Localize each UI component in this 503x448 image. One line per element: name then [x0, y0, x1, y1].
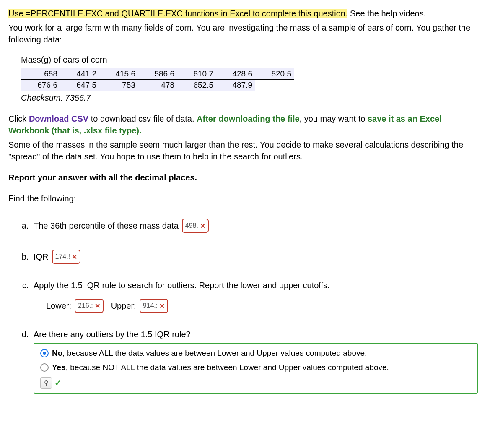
table-title: Mass(g) of ears of corn — [21, 54, 478, 65]
qd-option-yes[interactable]: Yes, because NOT ALL the data values are… — [40, 363, 471, 372]
radio-unselected-icon — [40, 363, 49, 372]
data-cell: 441.2 — [60, 68, 99, 80]
qc-upper-answer-box[interactable]: 914.: ✕ — [140, 299, 169, 313]
checksum-text: Checksum: 7356.7 — [21, 92, 478, 104]
qc-lower-value: 216.: — [78, 302, 93, 310]
find-label: Find the following: — [8, 193, 478, 204]
qa-answer-box[interactable]: 498. ✕ — [182, 219, 209, 233]
table-row: 658 441.2 415.6 586.6 610.7 428.6 520.5 — [21, 68, 294, 80]
score-button[interactable]: ⚲ — [40, 377, 52, 389]
intro-line2: You work for a large farm with many fiel… — [8, 22, 478, 45]
question-b: IQR 174.! ✕ — [31, 250, 478, 264]
qc-lower-answer-box[interactable]: 216.: ✕ — [75, 299, 104, 313]
x-icon: ✕ — [95, 302, 100, 310]
data-cell: 478 — [138, 80, 177, 91]
qc-upper-value: 914.: — [143, 302, 158, 310]
x-icon: ✕ — [159, 302, 165, 310]
intro-line1: Use =PERCENTILE.EXC and QUARTILE.EXC fun… — [8, 8, 478, 19]
data-cell: 520.5 — [255, 68, 294, 80]
highlighted-instruction: Use =PERCENTILE.EXC and QUARTILE.EXC fun… — [8, 9, 347, 18]
qa-text: The 36th percentile of these mass data — [34, 221, 179, 231]
data-cell: 586.6 — [138, 68, 177, 80]
data-cell: 652.5 — [177, 80, 216, 91]
qd-option-no[interactable]: No, because ALL the data values are betw… — [40, 349, 471, 358]
qb-text: IQR — [34, 252, 49, 262]
table-row: 676.6 647.5 753 478 652.5 487.9 — [21, 80, 294, 91]
data-cell: 647.5 — [60, 80, 99, 91]
check-icon: ✓ — [54, 378, 62, 388]
x-icon: ✕ — [200, 222, 205, 230]
question-a: The 36th percentile of these mass data 4… — [31, 219, 478, 233]
data-cell: 753 — [99, 80, 138, 91]
qa-answer-value: 498. — [185, 222, 198, 229]
question-c: Apply the 1.5 IQR rule to search for out… — [31, 281, 478, 313]
qd-radio-group: No, because ALL the data values are betw… — [34, 343, 478, 394]
dice-icon: ⚲ — [44, 379, 49, 387]
report-instruction: Report your answer with all the decimal … — [8, 172, 478, 183]
data-cell: 658 — [21, 68, 60, 80]
qc-text: Apply the 1.5 IQR rule to search for out… — [34, 281, 478, 290]
data-cell: 487.9 — [216, 80, 255, 91]
qc-lower-label: Lower: — [46, 301, 71, 311]
spread-text: Some of the masses in the sample seem mu… — [8, 139, 478, 162]
data-cell: 428.6 — [216, 68, 255, 80]
qb-answer-box[interactable]: 174.! ✕ — [52, 250, 81, 264]
mass-data-table: 658 441.2 415.6 586.6 610.7 428.6 520.5 … — [21, 68, 294, 91]
qd-text: Are there any outliers by the 1.5 IQR ru… — [34, 330, 191, 339]
qc-upper-label: Upper: — [111, 301, 136, 311]
qb-answer-value: 174.! — [55, 253, 70, 260]
data-cell: 415.6 — [99, 68, 138, 80]
data-cell: 676.6 — [21, 80, 60, 91]
download-csv-link[interactable]: Download CSV — [29, 114, 88, 123]
question-d: Are there any outliers by the 1.5 IQR ru… — [31, 330, 478, 394]
radio-selected-icon — [40, 349, 49, 357]
x-icon: ✕ — [72, 253, 77, 261]
data-cell: 610.7 — [177, 68, 216, 80]
download-instruction: Click Download CSV to download csv file … — [8, 113, 478, 136]
